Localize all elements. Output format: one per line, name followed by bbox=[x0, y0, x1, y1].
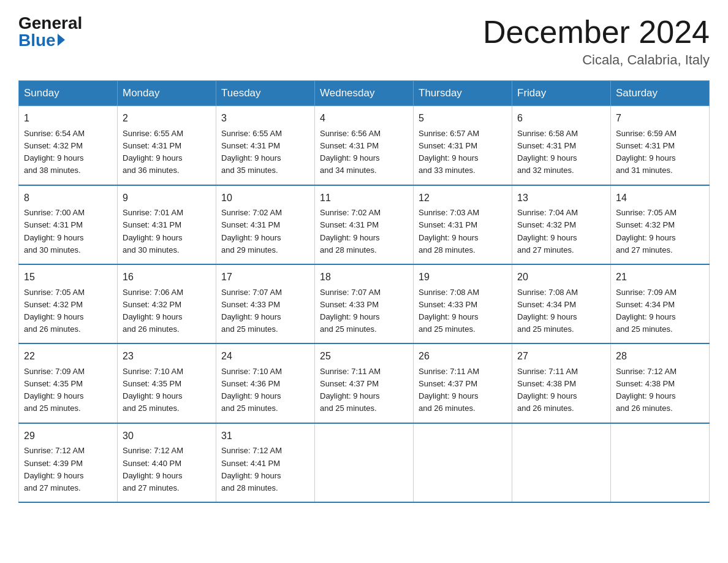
day-info: Sunrise: 6:56 AMSunset: 4:31 PMDaylight:… bbox=[320, 128, 408, 177]
day-info: Sunrise: 7:11 AMSunset: 4:38 PMDaylight:… bbox=[517, 366, 605, 415]
day-number: 29 bbox=[24, 429, 112, 444]
day-info: Sunrise: 7:05 AMSunset: 4:32 PMDaylight:… bbox=[24, 286, 112, 336]
day-info: Sunrise: 7:11 AMSunset: 4:37 PMDaylight:… bbox=[419, 366, 507, 415]
day-number: 22 bbox=[24, 349, 112, 364]
day-cell-24: 24Sunrise: 7:10 AMSunset: 4:36 PMDayligh… bbox=[216, 343, 315, 423]
title-section: December 2024 Cicala, Calabria, Italy bbox=[483, 15, 710, 68]
day-number: 23 bbox=[123, 349, 211, 364]
day-number: 5 bbox=[419, 111, 507, 126]
day-number: 25 bbox=[320, 349, 408, 364]
day-info: Sunrise: 6:55 AMSunset: 4:31 PMDaylight:… bbox=[123, 128, 211, 177]
day-cell-14: 14Sunrise: 7:05 AMSunset: 4:32 PMDayligh… bbox=[611, 185, 710, 264]
day-cell-29: 29Sunrise: 7:12 AMSunset: 4:39 PMDayligh… bbox=[19, 423, 118, 502]
weekday-header-friday: Friday bbox=[512, 81, 611, 106]
day-number: 27 bbox=[517, 349, 605, 364]
empty-cell bbox=[512, 423, 611, 502]
day-info: Sunrise: 7:03 AMSunset: 4:31 PMDaylight:… bbox=[419, 207, 507, 256]
day-cell-12: 12Sunrise: 7:03 AMSunset: 4:31 PMDayligh… bbox=[414, 185, 512, 264]
day-cell-26: 26Sunrise: 7:11 AMSunset: 4:37 PMDayligh… bbox=[414, 343, 512, 423]
day-cell-18: 18Sunrise: 7:07 AMSunset: 4:33 PMDayligh… bbox=[315, 264, 414, 343]
empty-cell bbox=[611, 423, 710, 502]
page-header: General Blue December 2024 Cicala, Calab… bbox=[18, 15, 710, 68]
day-info: Sunrise: 7:12 AMSunset: 4:39 PMDaylight:… bbox=[24, 445, 112, 494]
day-number: 15 bbox=[24, 270, 112, 285]
day-number: 12 bbox=[419, 191, 507, 206]
day-info: Sunrise: 6:59 AMSunset: 4:31 PMDaylight:… bbox=[616, 128, 704, 177]
empty-cell bbox=[315, 423, 414, 502]
day-number: 6 bbox=[517, 111, 605, 126]
week-row-2: 8Sunrise: 7:00 AMSunset: 4:31 PMDaylight… bbox=[19, 185, 710, 264]
week-row-5: 29Sunrise: 7:12 AMSunset: 4:39 PMDayligh… bbox=[19, 423, 710, 502]
day-info: Sunrise: 6:54 AMSunset: 4:32 PMDaylight:… bbox=[24, 128, 112, 177]
weekday-header-saturday: Saturday bbox=[611, 81, 710, 106]
day-info: Sunrise: 7:11 AMSunset: 4:37 PMDaylight:… bbox=[320, 366, 408, 415]
day-cell-25: 25Sunrise: 7:11 AMSunset: 4:37 PMDayligh… bbox=[315, 343, 414, 423]
day-cell-4: 4Sunrise: 6:56 AMSunset: 4:31 PMDaylight… bbox=[315, 106, 414, 185]
weekday-header-row: SundayMondayTuesdayWednesdayThursdayFrid… bbox=[19, 81, 710, 106]
day-number: 28 bbox=[616, 349, 704, 364]
day-number: 1 bbox=[24, 111, 112, 126]
day-cell-7: 7Sunrise: 6:59 AMSunset: 4:31 PMDaylight… bbox=[611, 106, 710, 185]
day-info: Sunrise: 6:58 AMSunset: 4:31 PMDaylight:… bbox=[517, 128, 605, 177]
weekday-header-monday: Monday bbox=[118, 81, 216, 106]
day-number: 13 bbox=[517, 191, 605, 206]
day-cell-9: 9Sunrise: 7:01 AMSunset: 4:31 PMDaylight… bbox=[118, 185, 216, 264]
day-cell-30: 30Sunrise: 7:12 AMSunset: 4:40 PMDayligh… bbox=[118, 423, 216, 502]
day-info: Sunrise: 7:09 AMSunset: 4:35 PMDaylight:… bbox=[24, 366, 112, 415]
day-cell-23: 23Sunrise: 7:10 AMSunset: 4:35 PMDayligh… bbox=[118, 343, 216, 423]
day-number: 30 bbox=[123, 429, 211, 444]
day-info: Sunrise: 7:08 AMSunset: 4:34 PMDaylight:… bbox=[517, 286, 605, 336]
day-cell-27: 27Sunrise: 7:11 AMSunset: 4:38 PMDayligh… bbox=[512, 343, 611, 423]
month-title: December 2024 bbox=[483, 15, 710, 50]
day-number: 2 bbox=[123, 111, 211, 126]
day-cell-3: 3Sunrise: 6:55 AMSunset: 4:31 PMDaylight… bbox=[216, 106, 315, 185]
location-label: Cicala, Calabria, Italy bbox=[483, 52, 710, 68]
day-info: Sunrise: 7:10 AMSunset: 4:35 PMDaylight:… bbox=[123, 366, 211, 415]
day-number: 4 bbox=[320, 111, 408, 126]
day-number: 31 bbox=[221, 429, 309, 444]
day-number: 21 bbox=[616, 270, 704, 285]
week-row-3: 15Sunrise: 7:05 AMSunset: 4:32 PMDayligh… bbox=[19, 264, 710, 343]
day-number: 11 bbox=[320, 191, 408, 206]
calendar-table: SundayMondayTuesdayWednesdayThursdayFrid… bbox=[18, 80, 710, 503]
day-info: Sunrise: 7:09 AMSunset: 4:34 PMDaylight:… bbox=[616, 286, 704, 336]
day-info: Sunrise: 7:02 AMSunset: 4:31 PMDaylight:… bbox=[221, 207, 309, 256]
day-cell-17: 17Sunrise: 7:07 AMSunset: 4:33 PMDayligh… bbox=[216, 264, 315, 343]
day-cell-11: 11Sunrise: 7:02 AMSunset: 4:31 PMDayligh… bbox=[315, 185, 414, 264]
day-cell-31: 31Sunrise: 7:12 AMSunset: 4:41 PMDayligh… bbox=[216, 423, 315, 502]
day-number: 10 bbox=[221, 191, 309, 206]
logo-blue-text: Blue bbox=[18, 32, 56, 49]
day-info: Sunrise: 7:07 AMSunset: 4:33 PMDaylight:… bbox=[221, 286, 309, 336]
day-number: 8 bbox=[24, 191, 112, 206]
day-info: Sunrise: 7:08 AMSunset: 4:33 PMDaylight:… bbox=[419, 286, 507, 336]
day-info: Sunrise: 7:07 AMSunset: 4:33 PMDaylight:… bbox=[320, 286, 408, 336]
day-number: 3 bbox=[221, 111, 309, 126]
day-number: 7 bbox=[616, 111, 704, 126]
week-row-1: 1Sunrise: 6:54 AMSunset: 4:32 PMDaylight… bbox=[19, 106, 710, 185]
day-number: 16 bbox=[123, 270, 211, 285]
week-row-4: 22Sunrise: 7:09 AMSunset: 4:35 PMDayligh… bbox=[19, 343, 710, 423]
day-info: Sunrise: 7:06 AMSunset: 4:32 PMDaylight:… bbox=[123, 286, 211, 336]
day-info: Sunrise: 7:02 AMSunset: 4:31 PMDaylight:… bbox=[320, 207, 408, 256]
day-cell-16: 16Sunrise: 7:06 AMSunset: 4:32 PMDayligh… bbox=[118, 264, 216, 343]
day-info: Sunrise: 7:05 AMSunset: 4:32 PMDaylight:… bbox=[616, 207, 704, 256]
day-cell-20: 20Sunrise: 7:08 AMSunset: 4:34 PMDayligh… bbox=[512, 264, 611, 343]
day-cell-2: 2Sunrise: 6:55 AMSunset: 4:31 PMDaylight… bbox=[118, 106, 216, 185]
day-info: Sunrise: 7:12 AMSunset: 4:38 PMDaylight:… bbox=[616, 366, 704, 415]
weekday-header-tuesday: Tuesday bbox=[216, 81, 315, 106]
day-info: Sunrise: 7:12 AMSunset: 4:41 PMDaylight:… bbox=[221, 445, 309, 494]
day-info: Sunrise: 6:55 AMSunset: 4:31 PMDaylight:… bbox=[221, 128, 309, 177]
day-number: 14 bbox=[616, 191, 704, 206]
day-number: 26 bbox=[419, 349, 507, 364]
logo: General Blue bbox=[18, 15, 82, 49]
day-cell-19: 19Sunrise: 7:08 AMSunset: 4:33 PMDayligh… bbox=[414, 264, 512, 343]
day-info: Sunrise: 7:00 AMSunset: 4:31 PMDaylight:… bbox=[24, 207, 112, 256]
day-cell-5: 5Sunrise: 6:57 AMSunset: 4:31 PMDaylight… bbox=[414, 106, 512, 185]
day-info: Sunrise: 7:01 AMSunset: 4:31 PMDaylight:… bbox=[123, 207, 211, 256]
day-cell-13: 13Sunrise: 7:04 AMSunset: 4:32 PMDayligh… bbox=[512, 185, 611, 264]
day-cell-1: 1Sunrise: 6:54 AMSunset: 4:32 PMDaylight… bbox=[19, 106, 118, 185]
day-number: 20 bbox=[517, 270, 605, 285]
weekday-header-thursday: Thursday bbox=[414, 81, 512, 106]
empty-cell bbox=[414, 423, 512, 502]
day-cell-10: 10Sunrise: 7:02 AMSunset: 4:31 PMDayligh… bbox=[216, 185, 315, 264]
